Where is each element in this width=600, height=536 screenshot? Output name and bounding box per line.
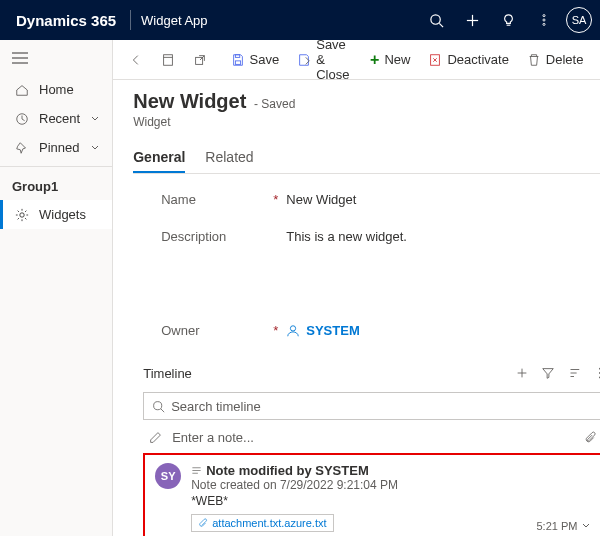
sidebar-separator [0, 166, 112, 167]
back-button[interactable] [121, 49, 151, 71]
tab-general[interactable]: General [133, 143, 185, 173]
sidebar: Home Recent Pinned Group1 Widgets [0, 40, 113, 536]
chevron-down-icon [90, 114, 100, 124]
new-label: New [384, 52, 410, 67]
note-title: Note modified by SYSTEM [206, 463, 369, 478]
brand-label: Dynamics 365 [8, 12, 124, 29]
entity-name: Widget [133, 115, 600, 129]
svg-line-1 [439, 23, 443, 27]
note-author-avatar: SY [155, 463, 181, 489]
app-name: Widget App [137, 13, 212, 28]
sidebar-item-pinned[interactable]: Pinned [0, 133, 112, 162]
save-button[interactable]: Save [223, 48, 288, 71]
note-created-on: Note created on 7/29/2022 9:21:04 PM [191, 478, 591, 492]
plus-icon: + [370, 51, 379, 69]
name-field-label: Name [161, 192, 196, 207]
search-icon[interactable] [418, 0, 454, 40]
svg-point-34 [154, 401, 162, 409]
owner-field-label: Owner [161, 323, 199, 338]
pencil-icon [149, 431, 162, 444]
deactivate-label: Deactivate [447, 52, 508, 67]
timeline-filter-button[interactable] [535, 360, 561, 386]
svg-point-0 [430, 14, 439, 23]
svg-rect-13 [164, 54, 173, 65]
search-icon [152, 400, 165, 413]
paperclip-icon [198, 518, 208, 528]
sidebar-label-recent: Recent [39, 111, 80, 126]
name-field-value[interactable]: New Widget [286, 192, 356, 207]
popout-button[interactable] [185, 49, 215, 71]
save-label: Save [250, 52, 280, 67]
chevron-down-icon[interactable] [581, 521, 591, 531]
svg-rect-16 [235, 60, 240, 64]
save-close-button[interactable]: Save & Close [289, 33, 360, 86]
sidebar-group-header: Group1 [0, 171, 112, 200]
save-close-icon [297, 53, 311, 67]
timeline-label: Timeline [143, 366, 192, 381]
enter-note-input[interactable]: Enter a note... [143, 426, 600, 449]
deactivate-button[interactable]: Deactivate [420, 48, 516, 71]
description-field-label: Description [161, 229, 226, 244]
timeline-more-button[interactable] [587, 360, 600, 386]
pin-icon [15, 141, 29, 155]
save-status: - Saved [254, 97, 295, 111]
note-time: 5:21 PM [536, 520, 577, 532]
svg-line-35 [161, 408, 164, 411]
timeline-add-button[interactable] [509, 360, 535, 386]
command-bar: Save Save & Close + New Deactivate Delet… [113, 40, 600, 80]
sidebar-label-widgets: Widgets [39, 207, 86, 222]
save-icon [231, 53, 245, 67]
commandbar-more-button[interactable] [595, 49, 600, 71]
add-icon[interactable] [454, 0, 490, 40]
person-icon [286, 324, 300, 338]
sidebar-item-home[interactable]: Home [0, 75, 112, 104]
description-field-value[interactable]: This is a new widget. [286, 229, 407, 301]
svg-point-12 [20, 212, 24, 216]
paperclip-icon[interactable] [584, 431, 597, 444]
chevron-down-icon [90, 143, 100, 153]
tab-related[interactable]: Related [205, 143, 253, 173]
note-attachment[interactable]: attachment.txt.azure.txt [191, 514, 333, 532]
topbar-divider [130, 10, 131, 30]
delete-label: Delete [546, 52, 584, 67]
trash-icon [527, 53, 541, 67]
hamburger-button[interactable] [0, 44, 112, 75]
clock-icon [15, 112, 29, 126]
delete-button[interactable]: Delete [519, 48, 592, 71]
sidebar-item-recent[interactable]: Recent [0, 104, 112, 133]
owner-name: SYSTEM [306, 323, 359, 338]
sidebar-item-widgets[interactable]: Widgets [0, 200, 112, 229]
note-icon [191, 465, 202, 476]
sidebar-label-home: Home [39, 82, 74, 97]
more-icon[interactable] [526, 0, 562, 40]
new-button[interactable]: + New [362, 47, 418, 73]
open-record-button[interactable] [153, 49, 183, 71]
lightbulb-icon[interactable] [490, 0, 526, 40]
sidebar-label-pinned: Pinned [39, 140, 79, 155]
timeline-search-input[interactable]: Search timeline [143, 392, 600, 420]
deactivate-icon [428, 53, 442, 67]
search-placeholder: Search timeline [171, 399, 261, 414]
svg-point-5 [543, 15, 545, 17]
enter-note-placeholder: Enter a note... [172, 430, 254, 445]
timeline-sort-button[interactable] [561, 360, 587, 386]
user-avatar[interactable]: SA [566, 7, 592, 33]
svg-point-6 [543, 19, 545, 21]
required-marker: * [273, 323, 278, 338]
save-close-label: Save & Close [316, 37, 352, 82]
home-icon [15, 83, 29, 97]
owner-field-value[interactable]: SYSTEM [286, 323, 359, 338]
tab-bar: General Related [133, 143, 600, 174]
gear-icon [15, 208, 29, 222]
required-marker: * [273, 192, 278, 207]
svg-point-22 [291, 325, 296, 330]
page-title: New Widget [133, 90, 246, 112]
main-area: Save Save & Close + New Deactivate Delet… [113, 40, 600, 536]
timeline-note-card[interactable]: SY Note modified by SYSTEM Note created … [143, 453, 600, 536]
note-tag: *WEB* [191, 494, 591, 508]
attachment-name: attachment.txt.azure.txt [212, 517, 326, 529]
svg-point-7 [543, 23, 545, 25]
svg-rect-17 [235, 54, 239, 57]
